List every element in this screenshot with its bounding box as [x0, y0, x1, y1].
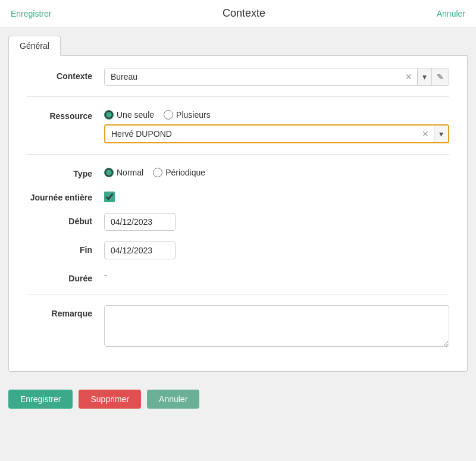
type-periodique-label[interactable]: Périodique — [153, 168, 205, 177]
ressource-plusieurs-radio[interactable] — [164, 110, 173, 120]
ressource-input-group: ✕ ▾ — [104, 124, 449, 143]
fin-control — [104, 242, 449, 259]
ressource-input[interactable] — [105, 126, 417, 142]
ressource-clear-icon: ✕ — [422, 129, 429, 139]
journee-entiere-label: Journée entière — [27, 189, 104, 202]
debut-label: Début — [27, 213, 104, 226]
ressource-clear-btn[interactable]: ✕ — [417, 126, 434, 142]
duree-label: Durée — [27, 270, 104, 283]
bottom-actions: Enregistrer Supprimer Annuler — [0, 380, 476, 418]
top-save-link[interactable]: Enregistrer — [11, 9, 51, 18]
journee-entiere-checkbox[interactable] — [104, 192, 115, 202]
type-normal-radio[interactable] — [104, 168, 114, 177]
type-row: Type Normal Périodique — [27, 165, 449, 178]
ressource-une-seule-label[interactable]: Une seule — [104, 110, 154, 120]
ressource-row: Ressource Une seule Plusieurs — [27, 108, 449, 155]
contexte-row: Contexte ✕ ▾ ✎ — [27, 68, 449, 97]
ressource-plusieurs-label[interactable]: Plusieurs — [164, 110, 211, 120]
journee-entiere-row: Journée entière — [27, 189, 449, 202]
ressource-plusieurs-text: Plusieurs — [176, 110, 211, 120]
ressource-dropdown-btn[interactable]: ▾ — [434, 126, 448, 142]
ressource-label: Ressource — [27, 108, 104, 121]
cancel-button[interactable]: Annuler — [147, 390, 199, 409]
delete-button[interactable]: Supprimer — [79, 390, 141, 409]
contexte-input[interactable] — [105, 68, 400, 85]
contexte-edit-btn[interactable]: ✎ — [431, 68, 449, 85]
type-periodique-radio[interactable] — [153, 168, 162, 177]
contexte-clear-btn[interactable]: ✕ — [400, 68, 417, 85]
edit-icon: ✎ — [437, 72, 444, 81]
journee-entiere-control — [104, 189, 449, 202]
remarque-textarea[interactable] — [104, 305, 449, 347]
contexte-control: ✕ ▾ ✎ — [104, 68, 449, 86]
type-periodique-text: Périodique — [165, 168, 205, 177]
duree-value: - — [104, 266, 107, 280]
remarque-label: Remarque — [27, 305, 104, 318]
duree-control: - — [104, 270, 449, 280]
contexte-input-group: ✕ ▾ ✎ — [104, 68, 449, 86]
debut-input[interactable] — [104, 213, 176, 231]
ressource-radio-group: Une seule Plusieurs — [104, 108, 449, 120]
tab-bar: Général — [8, 36, 468, 56]
debut-row: Début — [27, 213, 449, 231]
fin-row: Fin — [27, 242, 449, 259]
save-button[interactable]: Enregistrer — [8, 390, 73, 409]
page-title: Contexte — [223, 7, 265, 20]
contexte-label: Contexte — [27, 68, 104, 81]
ressource-control: Une seule Plusieurs ✕ ▾ — [104, 108, 449, 143]
form-card: Contexte ✕ ▾ ✎ Ressource — [8, 56, 468, 372]
type-control: Normal Périodique — [104, 165, 449, 177]
duree-row: Durée - — [27, 270, 449, 294]
ressource-controls: Une seule Plusieurs ✕ ▾ — [104, 108, 449, 143]
remarque-row: Remarque — [27, 305, 449, 349]
top-cancel-link[interactable]: Annuler — [437, 9, 465, 18]
fin-label: Fin — [27, 242, 104, 255]
ressource-dropdown-icon: ▾ — [439, 129, 443, 139]
contexte-dropdown-btn[interactable]: ▾ — [417, 68, 431, 85]
top-bar: Enregistrer Contexte Annuler — [0, 0, 476, 27]
type-normal-label[interactable]: Normal — [104, 168, 143, 177]
debut-control — [104, 213, 449, 231]
journee-entiere-checkbox-wrap — [104, 189, 449, 202]
fin-input[interactable] — [104, 242, 176, 259]
type-normal-text: Normal — [117, 168, 143, 177]
ressource-une-seule-text: Une seule — [117, 110, 154, 120]
type-radio-group: Normal Périodique — [104, 165, 449, 177]
ressource-une-seule-radio[interactable] — [104, 110, 114, 120]
clear-icon: ✕ — [405, 72, 412, 81]
tab-general[interactable]: Général — [8, 36, 61, 56]
remarque-control — [104, 305, 449, 349]
dropdown-icon: ▾ — [422, 72, 427, 81]
type-label: Type — [27, 165, 104, 178]
main-content: Général Contexte ✕ ▾ ✎ — [0, 27, 476, 380]
